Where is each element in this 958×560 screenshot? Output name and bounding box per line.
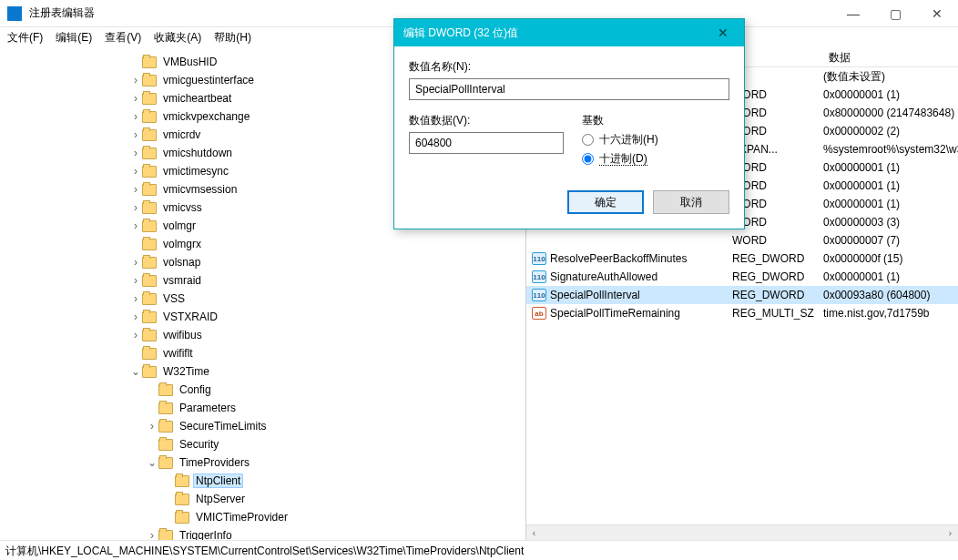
tree-item-w32time[interactable]: ⌄W32Time xyxy=(0,362,525,381)
folder-icon xyxy=(142,111,157,123)
tree-item-vsmraid[interactable]: ›vsmraid xyxy=(0,271,525,290)
tree-item-securetimelimits[interactable]: ›SecureTimeLimits xyxy=(0,417,525,435)
minimize-button[interactable]: — xyxy=(832,0,874,27)
cell-data: 0x00000002 (2) xyxy=(823,125,958,137)
folder-icon xyxy=(158,384,173,396)
radio-dec-label: 十进制(D) xyxy=(599,151,647,167)
tree-item-vwifibus[interactable]: ›vwifibus xyxy=(0,326,525,344)
tree-item-label: volmgrx xyxy=(160,237,204,251)
tree-item-label: vwifibus xyxy=(160,328,205,342)
tree-expander-icon[interactable]: › xyxy=(129,147,142,159)
folder-icon xyxy=(142,366,157,378)
tree-item-label: VSS xyxy=(160,291,188,306)
folder-icon xyxy=(142,330,157,341)
cell-type: WORD xyxy=(732,234,823,247)
menu-file[interactable]: 文件(F) xyxy=(7,30,43,46)
tree-expander-icon[interactable]: › xyxy=(129,128,142,141)
value-name-input[interactable] xyxy=(409,78,729,100)
tree-item-vss[interactable]: ›VSS xyxy=(0,290,525,308)
value-name-label: 数值名称(N): xyxy=(409,59,729,75)
tree-expander-icon[interactable]: › xyxy=(146,420,158,433)
tree-item-volmgrx[interactable]: volmgrx xyxy=(0,235,525,253)
tree-expander-icon[interactable]: ⌄ xyxy=(146,456,158,469)
col-header-data[interactable]: 数据 xyxy=(823,47,958,66)
tree-expander-icon[interactable]: › xyxy=(129,311,142,323)
tree-item-label: NtpClient xyxy=(193,473,243,488)
tree-expander-icon[interactable]: › xyxy=(129,92,142,105)
tree-expander-icon[interactable]: › xyxy=(129,74,142,87)
base-label: 基数 xyxy=(582,113,729,128)
tree-item-vstxraid[interactable]: ›VSTXRAID xyxy=(0,308,525,326)
tree-expander-icon[interactable]: › xyxy=(129,274,142,287)
value-icon: 110 xyxy=(532,270,546,283)
list-row[interactable]: 110SignatureAuthAllowedREG_DWORD0x000000… xyxy=(526,268,958,286)
cell-data: (数值未设置) xyxy=(823,69,958,85)
list-row[interactable]: abSpecialPollTimeRemainingREG_MULTI_SZti… xyxy=(526,304,958,322)
horizontal-scrollbar[interactable]: ‹ › xyxy=(526,524,958,540)
tree-expander-icon[interactable]: › xyxy=(129,183,142,196)
ok-button[interactable]: 确定 xyxy=(567,190,644,214)
scroll-right-arrow[interactable]: › xyxy=(943,525,958,541)
folder-icon xyxy=(142,257,157,269)
radio-hex[interactable]: 十六进制(H) xyxy=(582,132,729,148)
tree-item-label: vsmraid xyxy=(160,273,204,288)
close-button[interactable]: ✕ xyxy=(916,0,958,27)
folder-icon xyxy=(158,457,173,469)
radio-dec-input[interactable] xyxy=(582,153,594,165)
cell-data: 0x00093a80 (604800) xyxy=(823,289,958,301)
tree-item-volsnap[interactable]: ›volsnap xyxy=(0,253,525,271)
tree-expander-icon[interactable]: › xyxy=(129,256,142,269)
menu-edit[interactable]: 编辑(E) xyxy=(56,30,92,46)
dialog-titlebar[interactable]: 编辑 DWORD (32 位)值 ✕ xyxy=(394,19,744,46)
cancel-button[interactable]: 取消 xyxy=(653,190,729,214)
tree-item-label: Security xyxy=(177,437,221,452)
tree-item-ntpserver[interactable]: NtpServer xyxy=(0,490,525,508)
cell-data: 0x00000001 (1) xyxy=(823,88,958,101)
dialog-close-button[interactable]: ✕ xyxy=(711,24,735,42)
radio-dec[interactable]: 十进制(D) xyxy=(582,151,729,167)
tree-item-config[interactable]: Config xyxy=(0,381,525,399)
tree-expander-icon[interactable]: › xyxy=(146,529,158,540)
cell-type: WORD xyxy=(732,107,823,119)
cell-data: 0x00000007 (7) xyxy=(823,234,958,247)
folder-icon xyxy=(175,494,189,505)
menu-favorites[interactable]: 收藏夹(A) xyxy=(154,30,201,46)
statusbar: 计算机\HKEY_LOCAL_MACHINE\SYSTEM\CurrentCon… xyxy=(0,540,958,560)
list-row[interactable]: WORD0x00000007 (7) xyxy=(526,231,958,249)
tree-item-security[interactable]: Security xyxy=(0,435,525,453)
tree-item-triggerinfo[interactable]: ›TriggerInfo xyxy=(0,526,525,540)
tree-item-ntpclient[interactable]: NtpClient xyxy=(0,472,525,490)
menu-view[interactable]: 查看(V) xyxy=(105,30,141,46)
list-row[interactable]: 110SpecialPollIntervalREG_DWORD0x00093a8… xyxy=(526,286,958,304)
tree-expander-icon[interactable]: › xyxy=(129,110,142,123)
scroll-left-arrow[interactable]: ‹ xyxy=(526,525,542,541)
col-header-type[interactable] xyxy=(732,47,823,66)
value-icon: ab xyxy=(532,307,546,320)
value-data-input[interactable] xyxy=(409,132,564,154)
tree-expander-icon[interactable]: › xyxy=(129,201,142,214)
tree-expander-icon[interactable]: › xyxy=(129,165,142,178)
cell-name: SpecialPollInterval xyxy=(550,289,732,301)
dialog-title: 编辑 DWORD (32 位)值 xyxy=(403,25,518,41)
tree-item-vwififlt[interactable]: vwififlt xyxy=(0,344,525,362)
maximize-button[interactable]: ▢ xyxy=(874,0,916,27)
tree-expander-icon[interactable]: › xyxy=(129,292,142,305)
cell-type: WORD xyxy=(732,161,823,174)
cell-data: 0x00000001 (1) xyxy=(823,161,958,174)
tree-expander-icon[interactable]: › xyxy=(129,329,142,341)
folder-icon xyxy=(142,148,157,159)
folder-icon xyxy=(158,439,173,451)
radio-hex-input[interactable] xyxy=(582,134,594,146)
tree-item-timeproviders[interactable]: ⌄TimeProviders xyxy=(0,453,525,472)
tree-item-label: TriggerInfo xyxy=(177,528,235,540)
folder-icon xyxy=(158,421,173,433)
cell-type: WORD xyxy=(732,198,823,210)
list-row[interactable]: 110ResolvePeerBackoffMinutesREG_DWORD0x0… xyxy=(526,249,958,268)
tree-item-parameters[interactable]: Parameters xyxy=(0,399,525,417)
folder-icon xyxy=(142,56,157,68)
menu-help[interactable]: 帮助(H) xyxy=(214,30,251,46)
tree-item-vmictimeprovider[interactable]: VMICTimeProvider xyxy=(0,508,525,526)
edit-dword-dialog: 编辑 DWORD (32 位)值 ✕ 数值名称(N): 数值数据(V): 基数 … xyxy=(393,18,745,229)
tree-expander-icon[interactable]: ⌄ xyxy=(129,365,142,378)
tree-expander-icon[interactable]: › xyxy=(129,219,142,232)
